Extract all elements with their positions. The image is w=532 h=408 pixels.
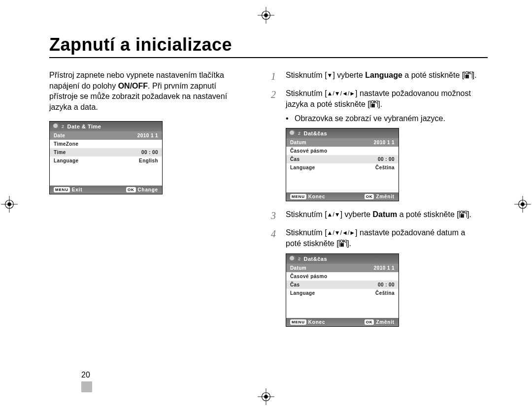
step-3: 3 Stisknutím [▲/▼] vyberte Datum a poté … bbox=[271, 209, 478, 222]
menu-row-label: Datum bbox=[290, 265, 306, 271]
menu-row[interactable]: Časové pásmo bbox=[286, 272, 399, 281]
registration-mark-icon bbox=[1, 196, 18, 213]
registration-mark-icon bbox=[258, 7, 274, 24]
ok-button-icon: OK bbox=[365, 194, 374, 199]
menu-row[interactable]: Datum2010 1 1 bbox=[286, 264, 399, 272]
manual-page: Zapnutí a inicializace Přístroj zapnete … bbox=[0, 0, 532, 408]
menu-footer-left-label: Exit bbox=[72, 187, 83, 192]
menu-title-bar: 2 Dat&čas bbox=[286, 128, 399, 138]
content-columns: Přístroj zapnete nebo vypnete nastavením… bbox=[49, 70, 488, 335]
left-column: Přístroj zapnete nebo vypnete nastavením… bbox=[49, 70, 246, 335]
step-1: 1 Stisknutím [▼] vyberte Language a poté… bbox=[271, 70, 478, 83]
menu-row[interactable]: Date 2010 1 1 bbox=[50, 131, 162, 140]
menu-row[interactable]: TimeZone bbox=[50, 140, 162, 148]
step-2-bullet: • Obrazovka se zobrazí ve vybraném jazyc… bbox=[286, 114, 478, 123]
step-number: 2 bbox=[271, 88, 280, 109]
gear-icon bbox=[53, 123, 60, 130]
step-text: Stisknutím [ bbox=[286, 89, 327, 97]
ok-button-icon: OK bbox=[126, 187, 136, 192]
menu-row-label: Language bbox=[54, 158, 78, 163]
menu-footer: MENUKonec OKZměnit bbox=[286, 318, 399, 326]
bullet-icon: • bbox=[286, 114, 290, 123]
menu-date-time-en: 2 Date & Time Date 2010 1 1 TimeZone Tim… bbox=[49, 121, 163, 194]
menu-row[interactable]: Čas00 : 00 bbox=[286, 281, 399, 289]
menu-footer-left[interactable]: MENUKonec bbox=[290, 319, 325, 325]
menu-title-sub: 2 bbox=[298, 131, 301, 136]
right-column: 1 Stisknutím [▼] vyberte Language a poté… bbox=[271, 70, 478, 335]
page-number: 20 bbox=[81, 371, 90, 379]
menu-footer-right-label: Změnit bbox=[376, 194, 395, 199]
menu-row[interactable]: Časové pásmo bbox=[286, 147, 399, 155]
step-text: a poté stiskněte [ bbox=[397, 210, 459, 219]
intro-bold: ON/OFF bbox=[118, 82, 148, 90]
step-number: 3 bbox=[271, 209, 280, 222]
menu-footer: MENUKonec OKZměnit bbox=[286, 192, 399, 201]
menu-row-label: Časové pásmo bbox=[290, 274, 327, 279]
menu-row[interactable]: Čas00 : 00 bbox=[286, 155, 399, 163]
step-text: Stisknutím [ bbox=[286, 71, 327, 79]
step-2: 2 Stisknutím [▲/▼/◄/►] nastavte požadova… bbox=[271, 88, 478, 109]
registration-mark-icon bbox=[258, 388, 274, 405]
step-text: a poté stiskněte [ bbox=[402, 71, 464, 79]
menu-row-label: Language bbox=[290, 290, 315, 296]
menu-row-label: Date bbox=[54, 133, 65, 138]
page-title: Zapnutí a inicializace bbox=[49, 34, 488, 58]
menu-footer-left[interactable]: MENU Exit bbox=[54, 187, 82, 192]
menu-title-bar: 2 Dat&čas bbox=[286, 254, 399, 264]
step-text: ]. bbox=[347, 239, 351, 248]
menu-row[interactable]: LanguageČeština bbox=[286, 289, 399, 297]
menu-date-time-cz-1: 2 Dat&čas Datum2010 1 1 Časové pásmo Čas… bbox=[286, 128, 399, 201]
step-body: Stisknutím [▼] vyberte Language a poté s… bbox=[286, 70, 478, 83]
menu-row[interactable]: Language English bbox=[50, 157, 162, 165]
menu-footer-right[interactable]: OKZměnit bbox=[365, 194, 395, 199]
menu-row-value: 2010 1 1 bbox=[137, 133, 158, 138]
arrows-icon: ▲/▼/◄/► bbox=[327, 90, 356, 97]
step-text: ]. bbox=[378, 100, 382, 108]
gear-icon bbox=[289, 255, 296, 262]
gear-icon bbox=[289, 130, 296, 137]
menu-row-label: TimeZone bbox=[54, 141, 78, 147]
menu-row[interactable]: LanguageČeština bbox=[286, 163, 399, 172]
step-text: ]. bbox=[472, 71, 477, 79]
menu-row-label: Čas bbox=[290, 157, 300, 162]
menu-row-value: 2010 1 1 bbox=[374, 140, 395, 145]
step-number: 4 bbox=[271, 227, 280, 249]
menu-row-value: 00 : 00 bbox=[378, 157, 395, 162]
menu-body: Date 2010 1 1 TimeZone Time 00 : 00 Lang… bbox=[50, 131, 162, 186]
menu-row-label: Čas bbox=[290, 282, 300, 287]
arrows-icon: ▲/▼/◄/► bbox=[327, 229, 356, 237]
step-body: Stisknutím [▲/▼/◄/►] nastavte požadovano… bbox=[286, 88, 478, 109]
menu-footer-right[interactable]: OKZměnit bbox=[365, 319, 395, 325]
bullet-text: Obrazovka se zobrazí ve vybraném jazyce. bbox=[295, 114, 445, 123]
step-bold: Language bbox=[365, 71, 402, 79]
menu-footer-right-label: Change bbox=[138, 187, 158, 192]
menu-row[interactable]: Datum2010 1 1 bbox=[286, 138, 399, 147]
intro-paragraph: Přístroj zapnete nebo vypnete nastavením… bbox=[49, 70, 246, 112]
step-body: Stisknutím [▲/▼] vyberte Datum a poté st… bbox=[286, 209, 478, 222]
menu-footer-right[interactable]: OK Change bbox=[126, 187, 158, 192]
page-tab-marker bbox=[81, 381, 92, 392]
menu-button-icon: MENU bbox=[54, 187, 70, 192]
menu-blank-area bbox=[286, 172, 399, 192]
menu-title-text: Dat&čas bbox=[304, 130, 328, 136]
step-bold: Datum bbox=[372, 210, 397, 219]
menu-title-sub: 2 bbox=[62, 124, 65, 129]
menu-footer-left-label: Konec bbox=[308, 319, 326, 325]
step-text: Stisknutím [ bbox=[286, 210, 327, 219]
menu-row-value: Čeština bbox=[375, 290, 395, 296]
menu-row[interactable]: Time 00 : 00 bbox=[50, 148, 162, 157]
ok-icon: OK▦ bbox=[464, 71, 472, 78]
menu-title-bar: 2 Date & Time bbox=[50, 122, 162, 131]
step-text: ] vyberte bbox=[332, 71, 365, 79]
menu-footer-left[interactable]: MENUKonec bbox=[290, 194, 325, 199]
menu-body: Datum2010 1 1 Časové pásmo Čas00 : 00 La… bbox=[286, 138, 399, 192]
menu-row-value: English bbox=[139, 158, 158, 163]
menu-row-label: Language bbox=[290, 165, 315, 170]
menu-title-text: Dat&čas bbox=[304, 256, 328, 262]
menu-row-value: 00 : 00 bbox=[141, 150, 158, 155]
step-4: 4 Stisknutím [▲/▼/◄/►] nastavte požadova… bbox=[271, 227, 478, 249]
ok-button-icon: OK bbox=[365, 319, 374, 325]
menu-button-icon: MENU bbox=[290, 319, 306, 325]
menu-date-time-cz-2: 2 Dat&čas Datum2010 1 1 Časové pásmo Čas… bbox=[286, 253, 399, 327]
step-text: ] vyberte bbox=[340, 210, 373, 219]
